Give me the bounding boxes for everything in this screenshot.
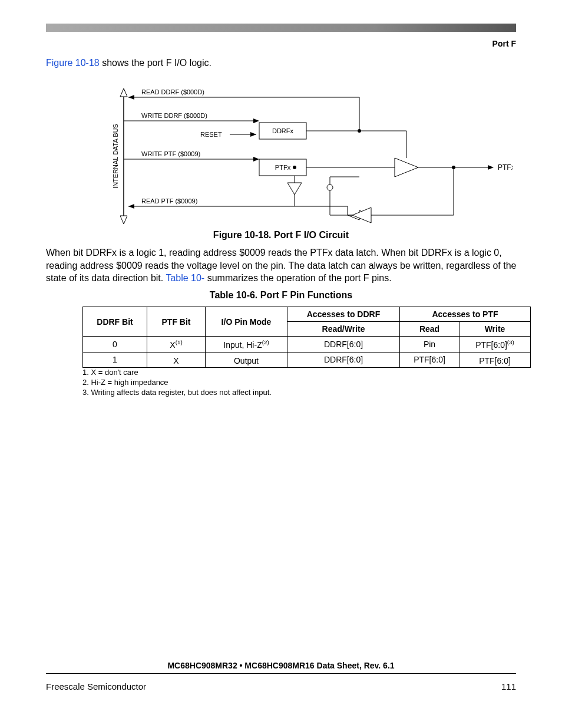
- header-gradient-bar: [46, 24, 516, 32]
- th-ddrf-bit: DDRF Bit: [83, 307, 147, 337]
- body-part2: summarizes the operation of the port F p…: [204, 273, 391, 283]
- intro-rest: shows the port F I/O logic.: [100, 58, 211, 68]
- svg-marker-9: [253, 118, 259, 123]
- footer-vendor: Freescale Semiconductor: [46, 681, 146, 691]
- pin-functions-table: DDRF Bit PTF Bit I/O Pin Mode Accesses t…: [82, 307, 531, 368]
- th-rw: Read/Write: [287, 322, 400, 337]
- svg-marker-1: [120, 88, 127, 97]
- footnote: 2. Hi-Z = high impedance: [82, 378, 272, 388]
- th-ptf-bit: PTF Bit: [147, 307, 206, 337]
- th-acc-ddrf: Accesses to DDRF: [287, 307, 400, 322]
- table-xref[interactable]: Table 10-: [166, 273, 204, 283]
- ptfx-box-label: PTFx: [275, 164, 291, 171]
- svg-marker-21: [488, 165, 494, 170]
- write-ddrf-label: WRITE DDRF ($000D): [141, 112, 207, 119]
- th-io-mode: I/O Pin Mode: [206, 307, 287, 337]
- svg-marker-16: [253, 157, 259, 162]
- body-paragraph: When bit DDRFx is a logic 1, reading add…: [46, 246, 517, 285]
- reset-label: RESET: [200, 131, 222, 138]
- footnote: 3. Writing affects data register, but do…: [82, 388, 272, 398]
- svg-marker-7: [250, 132, 256, 137]
- io-circuit-diagram: INTERNAL DATA BUS READ DDRF ($000D) WRIT…: [112, 83, 513, 230]
- table-caption: Table 10-6. Port F Pin Functions: [0, 290, 562, 301]
- read-ptf-label: READ PTF ($0009): [141, 197, 197, 205]
- svg-marker-24: [128, 204, 134, 209]
- table-row: 1 X Output DDRF[6:0] PTF[6:0] PTF[6:0]: [83, 352, 531, 368]
- th-read: Read: [400, 322, 459, 337]
- svg-marker-34: [352, 207, 371, 223]
- footer-doc-title: MC68HC908MR32 • MC68HC908MR16 Data Sheet…: [0, 661, 562, 670]
- ddrfx-box-label: DDRFx: [272, 127, 294, 134]
- svg-marker-4: [128, 95, 134, 100]
- section-header: Port F: [492, 39, 516, 48]
- svg-marker-19: [395, 158, 418, 177]
- table-footnotes: 1. X = don't care 2. Hi-Z = high impedan…: [82, 368, 272, 398]
- page-number: 111: [501, 681, 516, 691]
- read-ddrf-label: READ DDRF ($000D): [141, 88, 204, 95]
- svg-point-29: [327, 185, 333, 190]
- svg-marker-2: [120, 216, 127, 224]
- th-acc-ptf: Accesses to PTF: [400, 307, 531, 322]
- figure-caption: Figure 10-18. Port F I/O Circuit: [0, 230, 562, 241]
- svg-marker-26: [287, 183, 302, 195]
- svg-point-28: [293, 166, 296, 169]
- figure-xref[interactable]: Figure 10-18: [46, 58, 100, 68]
- footer-rule: [46, 673, 516, 674]
- th-write: Write: [459, 322, 531, 337]
- pin-label: PTFx: [498, 163, 513, 172]
- intro-text: Figure 10-18 shows the port F I/O logic.: [46, 58, 211, 68]
- write-ptf-label: WRITE PTF ($0009): [141, 150, 200, 157]
- bus-label: INTERNAL DATA BUS: [112, 124, 119, 189]
- footnote: 1. X = don't care: [82, 368, 272, 378]
- table-row: 0 X(1) Input, Hi-Z(2) DDRF[6:0] Pin PTF[…: [83, 337, 531, 353]
